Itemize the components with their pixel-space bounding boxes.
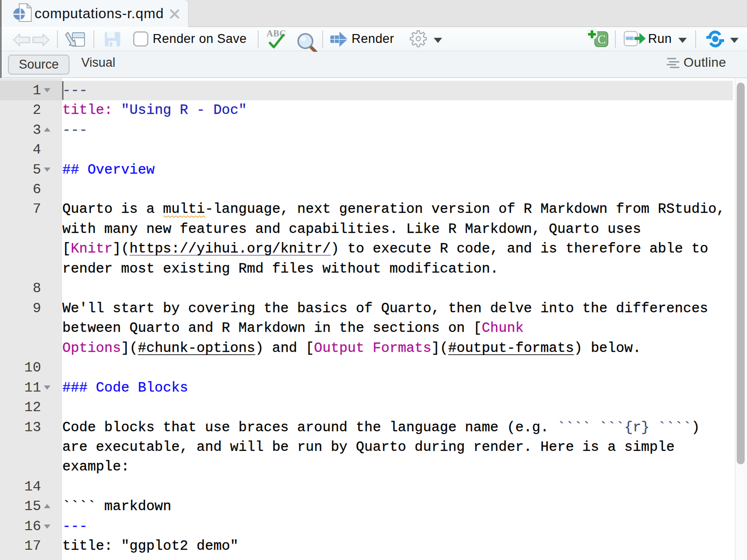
svg-text:C: C (598, 33, 606, 46)
